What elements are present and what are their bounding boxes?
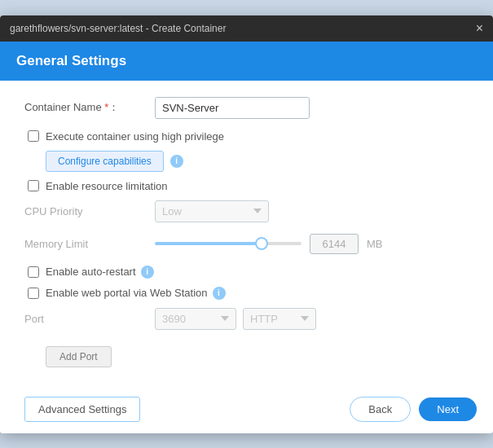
add-port-button[interactable]: Add Port xyxy=(46,346,112,367)
resource-limitation-label: Enable resource limitation xyxy=(46,180,168,192)
memory-limit-row: Memory Limit MB xyxy=(24,234,469,254)
auto-restart-row: Enable auto-restart i xyxy=(24,266,469,279)
cpu-priority-label: CPU Priority xyxy=(24,205,155,217)
memory-unit-label: MB xyxy=(367,238,383,250)
resource-limitation-row: Enable resource limitation xyxy=(24,180,469,192)
modal-footer: Advanced Settings Back Next xyxy=(0,389,493,433)
memory-limit-input[interactable] xyxy=(310,234,359,254)
auto-restart-label: Enable auto-restart xyxy=(46,266,136,278)
memory-slider-container: MB xyxy=(155,234,383,254)
cpu-priority-row: CPU Priority Low xyxy=(24,200,469,222)
configure-capabilities-button[interactable]: Configure capabilities xyxy=(46,151,164,172)
footer-actions: Back Next xyxy=(350,397,477,422)
configure-info-icon[interactable]: i xyxy=(170,155,183,168)
port-controls: 3690 HTTP xyxy=(155,308,316,330)
resource-limitation-checkbox[interactable] xyxy=(28,180,39,191)
cpu-priority-select[interactable]: Low xyxy=(155,200,269,222)
container-name-label: Container Name *： xyxy=(24,100,155,115)
memory-limit-label: Memory Limit xyxy=(24,238,155,250)
protocol-select[interactable]: HTTP xyxy=(243,308,316,330)
modal-titlebar: garethflowers/svn-server:latest - Create… xyxy=(0,15,493,42)
web-portal-checkbox[interactable] xyxy=(28,288,39,299)
port-label: Port xyxy=(24,313,155,325)
execute-privilege-row: Execute container using high privilege xyxy=(24,130,469,143)
modal-title: garethflowers/svn-server:latest - Create… xyxy=(10,23,226,34)
page-title: General Settings xyxy=(16,53,126,68)
auto-restart-info-icon[interactable]: i xyxy=(141,266,154,279)
back-button[interactable]: Back xyxy=(350,397,411,422)
auto-restart-checkbox[interactable] xyxy=(28,266,39,278)
execute-privilege-label: Execute container using high privilege xyxy=(46,130,224,143)
modal-header: General Settings xyxy=(0,42,493,81)
web-portal-label: Enable web portal via Web Station xyxy=(46,287,208,299)
port-select[interactable]: 3690 xyxy=(155,308,236,330)
port-row: Port 3690 HTTP xyxy=(24,308,469,330)
container-name-input[interactable] xyxy=(155,97,310,119)
configure-capabilities-area: Configure capabilities i xyxy=(24,151,469,172)
modal-body: Container Name *： Execute container usin… xyxy=(0,81,493,389)
next-button[interactable]: Next xyxy=(419,397,477,421)
advanced-settings-button[interactable]: Advanced Settings xyxy=(24,397,140,422)
container-name-row: Container Name *： xyxy=(24,97,469,119)
close-icon[interactable]: × xyxy=(476,22,483,35)
web-portal-row: Enable web portal via Web Station i xyxy=(24,287,469,300)
memory-limit-slider[interactable] xyxy=(155,242,302,245)
add-port-area: Add Port xyxy=(24,341,469,367)
web-portal-info-icon[interactable]: i xyxy=(213,287,226,300)
execute-privilege-checkbox[interactable] xyxy=(28,130,39,142)
